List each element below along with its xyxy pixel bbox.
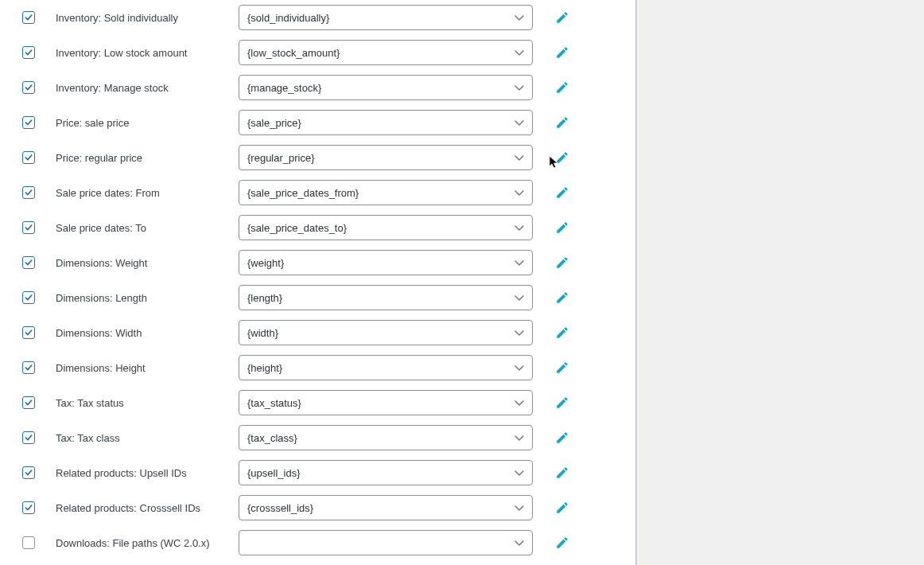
check-icon (24, 293, 33, 302)
select-value: {low_stock_amount} (247, 47, 340, 59)
field-checkbox[interactable] (22, 256, 35, 269)
checkbox-cell (11, 81, 56, 94)
pencil-icon[interactable] (555, 45, 569, 60)
chevron-down-icon (513, 81, 526, 94)
field-checkbox[interactable] (22, 501, 35, 514)
field-row: Tax: Tax class {tax_class} (11, 420, 635, 455)
checkbox-cell (11, 256, 56, 269)
field-checkbox[interactable] (22, 431, 35, 444)
field-label: Dimensions: Length (56, 292, 239, 304)
pencil-icon[interactable] (555, 431, 569, 445)
checkbox-cell (11, 536, 56, 549)
field-checkbox[interactable] (22, 116, 35, 129)
pencil-icon[interactable] (555, 255, 569, 270)
field-label: Price: sale price (56, 117, 239, 129)
checkbox-cell (11, 291, 56, 304)
field-checkbox[interactable] (22, 46, 35, 59)
select-value: {sale_price_dates_from} (247, 187, 359, 199)
field-row: Related products: Upsell IDs {upsell_ids… (11, 455, 635, 490)
field-checkbox[interactable] (22, 291, 35, 304)
field-select[interactable]: {sale_price} (239, 110, 533, 135)
field-label: Inventory: Low stock amount (56, 47, 239, 59)
check-icon (24, 363, 33, 372)
chevron-down-icon (513, 501, 526, 514)
field-select[interactable]: {width} (239, 320, 533, 345)
field-row: Sale price dates: To {sale_price_dates_t… (11, 210, 635, 245)
field-checkbox[interactable] (22, 11, 35, 24)
pencil-icon[interactable] (555, 536, 569, 550)
chevron-down-icon (513, 11, 526, 24)
field-row: Price: regular price {regular_price} (11, 140, 635, 175)
checkbox-cell (11, 361, 56, 374)
chevron-down-icon (513, 186, 526, 199)
select-value: {tax_status} (247, 397, 301, 409)
checkbox-cell (11, 11, 56, 24)
field-label: Tax: Tax class (56, 432, 239, 444)
field-row: Sale price dates: From {sale_price_dates… (11, 175, 635, 210)
field-select[interactable]: {tax_status} (239, 390, 533, 415)
check-icon (24, 13, 33, 22)
field-checkbox[interactable] (22, 396, 35, 409)
field-row: Dimensions: Width {width} (11, 315, 635, 350)
field-select[interactable]: {height} (239, 355, 533, 380)
chevron-down-icon (513, 221, 526, 234)
field-select[interactable]: {length} (239, 285, 533, 310)
field-label: Related products: Crosssell IDs (56, 502, 239, 514)
select-value: {sale_price_dates_to} (247, 222, 347, 234)
chevron-down-icon (513, 256, 526, 269)
field-checkbox[interactable] (22, 81, 35, 94)
field-row: Tax: Tax status {tax_status} (11, 385, 635, 420)
field-select[interactable]: {sale_price_dates_from} (239, 180, 533, 205)
chevron-down-icon (513, 361, 526, 374)
pencil-icon[interactable] (555, 360, 569, 375)
pencil-icon[interactable] (555, 185, 569, 200)
field-label: Inventory: Sold individually (56, 12, 239, 24)
select-value: {height} (247, 362, 282, 374)
pencil-icon[interactable] (555, 325, 569, 340)
pencil-icon[interactable] (555, 290, 569, 305)
checkbox-cell (11, 326, 56, 339)
chevron-down-icon (513, 326, 526, 339)
field-row: Related products: Crosssell IDs {crossse… (11, 490, 635, 525)
field-label: Tax: Tax status (56, 397, 239, 409)
pencil-icon[interactable] (555, 80, 569, 95)
field-checkbox[interactable] (22, 361, 35, 374)
check-icon (24, 398, 33, 407)
pencil-icon[interactable] (555, 220, 569, 235)
check-icon (24, 258, 33, 267)
pencil-icon[interactable] (555, 466, 569, 480)
field-checkbox[interactable] (22, 151, 35, 164)
field-checkbox[interactable] (22, 326, 35, 339)
pencil-icon[interactable] (555, 10, 569, 25)
select-value: {regular_price} (247, 152, 315, 164)
check-icon (24, 468, 33, 477)
pencil-icon[interactable] (555, 150, 569, 165)
sidebar-blank (636, 0, 924, 565)
field-select[interactable]: {tax_class} (239, 425, 533, 450)
field-select[interactable]: {upsell_ids} (239, 460, 533, 485)
field-row: Dimensions: Height {height} (11, 350, 635, 385)
check-icon (24, 328, 33, 337)
field-checkbox[interactable] (22, 221, 35, 234)
field-select[interactable]: {low_stock_amount} (239, 40, 533, 65)
check-icon (24, 48, 33, 57)
field-checkbox[interactable] (22, 466, 35, 479)
field-checkbox[interactable] (22, 186, 35, 199)
field-label: Dimensions: Width (56, 327, 239, 339)
pencil-icon[interactable] (555, 501, 569, 515)
field-select[interactable]: {sold_individually} (239, 5, 533, 30)
field-label: Dimensions: Weight (56, 257, 239, 269)
field-select[interactable] (239, 530, 533, 555)
select-value: {length} (247, 292, 282, 304)
field-checkbox[interactable] (22, 536, 35, 549)
pencil-icon[interactable] (555, 115, 569, 130)
field-select[interactable]: {weight} (239, 250, 533, 275)
field-select[interactable]: {sale_price_dates_to} (239, 215, 533, 240)
pencil-icon[interactable] (555, 396, 569, 410)
field-select[interactable]: {regular_price} (239, 145, 533, 170)
field-select[interactable]: {manage_stock} (239, 75, 533, 100)
field-row: Dimensions: Length {length} (11, 280, 635, 315)
field-label: Sale price dates: To (56, 222, 239, 234)
field-select[interactable]: {crosssell_ids} (239, 495, 533, 520)
scrollbar[interactable] (920, 0, 924, 565)
